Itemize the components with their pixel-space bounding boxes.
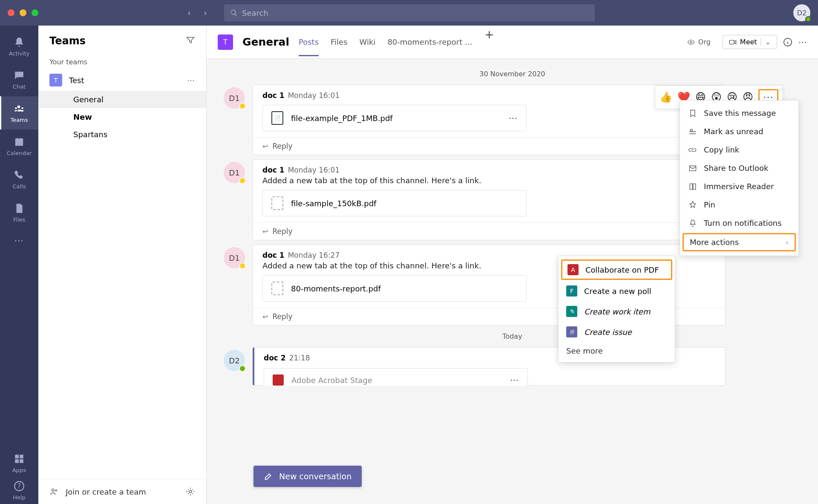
add-tab-button[interactable]: + <box>484 28 494 56</box>
channel-new[interactable]: New <box>38 108 206 126</box>
rail-apps[interactable]: Apps <box>0 449 38 477</box>
rail-help[interactable]: ? Help <box>0 477 38 504</box>
new-conversation-label: New conversation <box>279 472 351 481</box>
rail-label: Teams <box>10 117 28 123</box>
rail-label: Activity <box>9 50 30 57</box>
settings-icon[interactable] <box>186 487 195 496</box>
profile-avatar[interactable]: D2 <box>793 4 810 21</box>
menu-notifications[interactable]: Turn on notifications <box>680 214 798 232</box>
menu-copy-link[interactable]: Copy link <box>680 141 798 159</box>
file-attachment[interactable]: 80-moments-report.pdf <box>262 275 527 302</box>
bookmark-icon <box>688 109 697 118</box>
rail-label: Help <box>13 494 26 501</box>
rail-calls[interactable]: Calls <box>0 163 38 196</box>
rail-more[interactable]: ⋯ <box>0 231 38 250</box>
author-avatar[interactable]: D1 <box>224 247 245 268</box>
menu-more-actions[interactable]: More actions› <box>683 233 796 251</box>
maximize-window[interactable] <box>32 9 38 16</box>
meet-label: Meet <box>740 38 757 46</box>
join-create-team[interactable]: Join or create a team <box>66 487 179 496</box>
chevron-down-icon: ⌄ <box>760 38 771 46</box>
submenu-create-work-item[interactable]: ✎Create work item <box>559 301 675 322</box>
teams-sidebar: Teams Your teams T Test ⋯ General New Sp… <box>38 26 207 504</box>
menu-immersive-reader[interactable]: Immersive Reader <box>680 177 798 196</box>
new-conversation-button[interactable]: New conversation <box>253 466 362 487</box>
meet-button[interactable]: Meet ⌄ <box>723 35 777 49</box>
team-name: Test <box>69 76 180 85</box>
presence-away-icon <box>239 177 246 184</box>
file-name: file-sample_150kB.pdf <box>291 199 518 208</box>
file-placeholder-icon <box>271 196 283 210</box>
submenu-collaborate-pdf[interactable]: ACollaborate on PDF <box>561 259 672 280</box>
bell-outline-icon <box>688 219 697 228</box>
reaction-like[interactable]: 👍 <box>660 91 672 103</box>
tab-files[interactable]: Files <box>331 28 348 56</box>
file-icon <box>14 203 25 214</box>
search-input[interactable] <box>242 9 589 17</box>
reply-button[interactable]: Reply <box>253 222 725 240</box>
presence-away-icon <box>239 262 246 269</box>
channel-avatar: T <box>218 35 233 50</box>
reply-button[interactable]: Reply <box>253 137 725 155</box>
search-box[interactable] <box>224 4 595 21</box>
pdf-file-icon: 📄 <box>271 111 283 125</box>
author-name: doc 1 <box>262 91 285 100</box>
channel-general[interactable]: General <box>38 91 206 108</box>
channel-spartans[interactable]: Spartans <box>38 126 206 143</box>
rail-activity[interactable]: Activity <box>0 30 38 63</box>
author-name: doc 1 <box>262 251 285 259</box>
tab-posts[interactable]: Posts <box>299 28 319 56</box>
submenu-create-poll[interactable]: FCreate a new poll <box>559 281 675 301</box>
close-window[interactable] <box>8 9 14 16</box>
issue-icon: ⎘ <box>566 326 577 337</box>
menu-pin[interactable]: Pin <box>680 196 798 214</box>
file-attachment[interactable]: file-sample_150kB.pdf <box>262 190 527 216</box>
rail-label: Chat <box>13 84 26 90</box>
file-more-button[interactable]: ⋯ <box>509 113 518 123</box>
author-avatar[interactable]: D1 <box>224 162 245 183</box>
rail-teams[interactable]: Teams <box>0 96 38 130</box>
svg-point-3 <box>189 490 192 493</box>
date-divider: 30 November 2020 <box>224 70 801 78</box>
reader-icon <box>688 182 697 191</box>
file-more-button[interactable]: ⋯ <box>510 375 519 385</box>
menu-mark-unread[interactable]: Mark as unread <box>680 122 798 141</box>
submenu-see-more[interactable]: See more <box>559 342 675 360</box>
author-avatar[interactable]: D1 <box>224 87 245 109</box>
menu-save-message[interactable]: Save this message <box>680 104 798 122</box>
team-more-button[interactable]: ⋯ <box>187 76 195 85</box>
acrobat-icon <box>273 374 284 386</box>
message-text: Added a new tab at the top of this chann… <box>262 176 716 185</box>
svg-rect-5 <box>729 40 734 44</box>
phone-icon <box>14 170 25 181</box>
minimize-window[interactable] <box>20 9 26 16</box>
svg-point-2 <box>52 489 55 492</box>
sidebar-title: Teams <box>49 35 186 47</box>
forward-button[interactable]: › <box>204 8 207 18</box>
work-item-icon: ✎ <box>566 306 577 317</box>
submenu-create-issue[interactable]: ⎘Create issue <box>559 322 675 342</box>
rail-chat[interactable]: Chat <box>0 63 38 96</box>
tab-custom[interactable]: 80-moments-report 1.... <box>387 28 472 56</box>
author-avatar[interactable]: D2 <box>224 350 245 371</box>
filter-icon <box>186 35 195 45</box>
org-button[interactable]: Org <box>681 35 717 49</box>
file-attachment[interactable]: Adobe Acrobat Stage ⋯ <box>264 368 528 386</box>
team-row[interactable]: T Test ⋯ <box>38 69 206 91</box>
filter-button[interactable] <box>186 35 195 46</box>
teams-section-label: Your teams <box>38 55 206 69</box>
back-button[interactable]: ‹ <box>187 8 191 18</box>
file-attachment[interactable]: 📄 file-example_PDF_1MB.pdf ⋯ <box>262 105 527 131</box>
window-controls <box>8 9 38 16</box>
presence-available-icon <box>239 365 246 372</box>
rail-files[interactable]: Files <box>0 196 38 229</box>
menu-share-outlook[interactable]: Share to Outlook <box>680 159 798 177</box>
tab-wiki[interactable]: Wiki <box>360 28 376 56</box>
avatar-initials: D2 <box>797 9 807 17</box>
header-more-button[interactable]: ⋯ <box>798 37 807 47</box>
unread-icon <box>688 127 697 136</box>
acrobat-icon: A <box>567 264 579 275</box>
calendar-icon <box>14 136 25 147</box>
info-button[interactable] <box>783 37 792 47</box>
rail-calendar[interactable]: Calendar <box>0 130 38 163</box>
